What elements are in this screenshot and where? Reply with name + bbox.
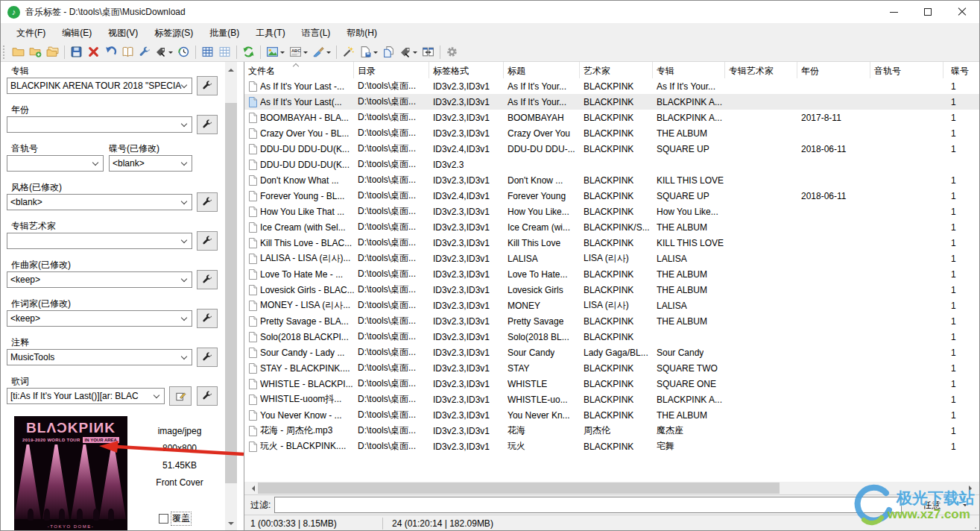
table-row[interactable]: 玩火 - BLACKPINK.... D:\tools\桌面... ID3v2.… (244, 439, 979, 454)
table-row[interactable]: As If It's Your Last -... D:\tools\桌面...… (244, 78, 979, 94)
comment-wrench-button[interactable] (197, 348, 218, 367)
genre-combobox[interactable]: <blank> (7, 194, 192, 210)
menu-item[interactable]: 编辑(E) (54, 24, 100, 43)
overwrite-checkbox[interactable] (159, 514, 168, 524)
table-row[interactable]: Ice Cream (with Sel... D:\tools\桌面... ID… (244, 219, 979, 235)
export-file-dropdown-icon[interactable] (373, 51, 378, 56)
table-row[interactable]: MONEY - LISA (리사... D:\tools\桌面... ID3v2… (244, 298, 979, 313)
album-wrench-button[interactable] (197, 76, 218, 95)
table-row[interactable]: WHISTLE - BLACKPI... D:\tools\桌面... ID3v… (244, 376, 979, 392)
column-header[interactable]: 艺术家 (580, 62, 653, 78)
composer-wrench-button[interactable] (197, 270, 218, 289)
refresh-button[interactable] (240, 43, 257, 61)
horizontal-scrollbar[interactable] (244, 482, 979, 494)
table-row[interactable]: DDU-DU DDU-DU(K... D:\tools\桌面... ID3v2.… (244, 141, 979, 157)
table-row[interactable]: You Never Know - ... D:\tools\桌面... ID3v… (244, 407, 979, 423)
sidebar-scrollbar[interactable] (225, 62, 237, 531)
folder-stack-button[interactable] (44, 43, 61, 61)
settings-button[interactable] (443, 43, 461, 61)
table-row[interactable]: LALISA - LISA (리사)... D:\tools\桌面... ID3… (244, 251, 979, 266)
column-header[interactable]: 标题 (504, 62, 580, 78)
filter-mode-dropdown[interactable]: 任意 (923, 499, 967, 512)
lyrics-wrench-button[interactable] (197, 386, 218, 406)
disc-combobox[interactable]: <blank> (109, 155, 192, 172)
scroll-left-icon[interactable] (249, 486, 255, 491)
column-header[interactable]: 年份 (797, 62, 870, 78)
composer-combobox[interactable]: <keep> (7, 271, 192, 288)
rename-tag-button[interactable] (153, 43, 175, 61)
year-combobox[interactable] (7, 116, 192, 133)
table-row[interactable]: As If It's Your Last(... D:\tools\桌面... … (244, 94, 979, 110)
menu-item[interactable]: 语言(L) (294, 24, 339, 43)
table-row[interactable]: Lovesick Girls - BLAC... D:\tools\桌面... … (244, 282, 979, 298)
table-row[interactable]: Solo(2018 BLACKPI... D:\tools\桌面... ID3v… (244, 329, 979, 345)
table-row[interactable]: Sour Candy - Lady ... D:\tools\桌面... ID3… (244, 345, 979, 360)
year-wrench-button[interactable] (197, 115, 218, 134)
scrollbar-thumb[interactable] (258, 483, 780, 494)
rename-tag-dropdown-icon[interactable] (168, 51, 173, 56)
scroll-down-icon[interactable] (228, 522, 234, 528)
comment-combobox[interactable]: MusicTools (7, 349, 192, 365)
table-row[interactable]: Crazy Over You - BL... D:\tools\桌面... ID… (244, 125, 979, 141)
maximize-button[interactable] (911, 1, 945, 23)
clean-tag-dropdown-icon[interactable] (326, 51, 331, 56)
lyrics-edit-button[interactable] (169, 386, 192, 406)
scroll-right-icon[interactable] (969, 486, 975, 491)
text-format-button[interactable]: ABC (287, 43, 310, 61)
table-row[interactable]: Don't Know What ... D:\tools\桌面... ID3v2… (244, 172, 979, 188)
table-row[interactable]: STAY - BLACKPINK.... D:\tools\桌面... ID3v… (244, 360, 979, 376)
column-header[interactable]: 标签格式 (429, 62, 504, 78)
split-view-button[interactable] (420, 43, 437, 61)
minimize-button[interactable] (876, 1, 911, 23)
open-folder-button[interactable] (10, 43, 27, 61)
menu-item[interactable]: 标签源(S) (146, 24, 201, 43)
scrollbar-thumb[interactable] (225, 103, 237, 483)
cover-art-dropdown-icon[interactable] (280, 51, 285, 56)
menu-item[interactable]: 视图(V) (100, 24, 146, 43)
resize-grip[interactable] (975, 527, 976, 529)
column-header[interactable]: 专辑 (653, 62, 725, 78)
table-row[interactable]: Pretty Savage - BLA... D:\tools\桌面... ID… (244, 313, 979, 329)
text-format-dropdown-icon[interactable] (303, 51, 308, 56)
history-button[interactable] (175, 43, 192, 61)
column-header[interactable]: 文件名 (244, 62, 354, 78)
clean-tag-button[interactable] (310, 43, 333, 61)
table-row[interactable]: BOOMBAYAH - BLA... D:\tools\桌面... ID3v2.… (244, 110, 979, 125)
lyricist-combobox[interactable]: <keep> (7, 310, 192, 327)
save-button[interactable] (68, 43, 85, 61)
album-artist-combobox[interactable] (7, 233, 192, 249)
track-combobox[interactable] (7, 155, 104, 172)
batch-tag-dropdown-icon[interactable] (413, 51, 417, 56)
genre-wrench-button[interactable] (197, 192, 218, 212)
album-combobox[interactable]: BLACKPINK ARENA TOUR 2018 "SPECIA (7, 78, 192, 94)
export-file-button[interactable] (357, 43, 380, 61)
grid-view-button[interactable] (199, 43, 216, 61)
table-row[interactable]: How You Like That ... D:\tools\桌面... ID3… (244, 204, 979, 219)
add-folder-button[interactable] (27, 43, 44, 61)
table-row[interactable]: Kill This Love - BLAC... D:\tools\桌面... … (244, 235, 979, 251)
grid-view-alt-button[interactable] (216, 43, 233, 61)
lyrics-combobox[interactable]: [ti:As If It's Your Last()][ar: BLAC (7, 388, 165, 404)
magic-wand-button[interactable] (340, 43, 357, 61)
album-artist-wrench-button[interactable] (197, 231, 218, 251)
table-row[interactable]: Forever Young - BL... D:\tools\桌面... ID3… (244, 188, 979, 204)
menu-item[interactable]: 文件(F) (8, 24, 54, 43)
menu-item[interactable]: 帮助(H) (338, 24, 385, 43)
column-header[interactable]: 目录 (354, 62, 429, 78)
menu-item[interactable]: 工具(T) (247, 24, 293, 43)
table-row[interactable]: WHISTLE-uoom抖... D:\tools\桌面... ID3v2.3,… (244, 392, 979, 407)
undo-button[interactable] (102, 43, 119, 61)
column-header[interactable]: 音轨号 (870, 62, 943, 78)
batch-tag-button[interactable] (397, 43, 420, 61)
delete-button[interactable] (85, 43, 102, 61)
lyrics-book-button[interactable] (119, 43, 136, 61)
table-row[interactable]: DDU-DU DDU-DU(K... D:\tools\桌面... ID3v2.… (244, 157, 979, 172)
scroll-up-icon[interactable] (228, 66, 234, 72)
toolbar-drag-handle[interactable] (3, 45, 7, 59)
cover-art-button[interactable] (264, 43, 287, 61)
filter-input[interactable] (274, 497, 902, 513)
lyricist-wrench-button[interactable] (197, 309, 218, 328)
menu-item[interactable]: 批量(B) (201, 24, 247, 43)
column-header[interactable]: 专辑艺术家 (725, 62, 797, 78)
table-row[interactable]: 花海 - 周杰伦.mp3 D:\tools\桌面... ID3v2.3,ID3v… (244, 423, 979, 439)
